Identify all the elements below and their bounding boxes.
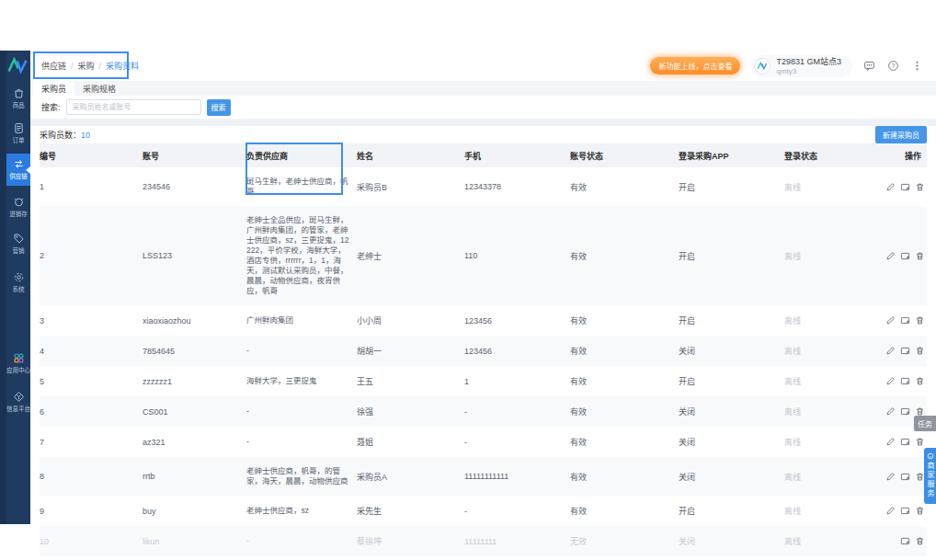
breadcrumb-purchase-data[interactable]: 采购资料 [106, 60, 139, 72]
sidebar-item-inventory[interactable]: 进销存 [6, 196, 30, 219]
delete-icon[interactable] [915, 536, 925, 546]
cell-login-status: 离线 [784, 167, 883, 206]
delete-icon[interactable] [915, 315, 925, 326]
cell-no: 7 [40, 427, 143, 457]
delete-icon[interactable] [915, 346, 925, 356]
cell-phone: 12343378 [464, 167, 570, 206]
cell-account-status: 有效 [570, 427, 679, 457]
card-icon[interactable] [900, 406, 910, 417]
table-row[interactable]: 7 az321 - 聂姐 - 有效 关闭 离线 [40, 427, 927, 457]
sidebar-item-marketing[interactable]: 营销 [6, 233, 30, 256]
cell-account: az321 [143, 427, 246, 457]
header-phone: 手机 [464, 143, 570, 167]
merchant-service-side-tab[interactable]: 商家服务 [924, 448, 936, 504]
card-icon[interactable] [900, 346, 910, 356]
cell-actions [883, 366, 927, 396]
sidebar-item-system[interactable]: 系统 [6, 271, 30, 294]
edit-icon[interactable] [885, 376, 896, 386]
cell-no: 5 [40, 366, 143, 396]
cell-login-status: 离线 [784, 396, 883, 427]
sidebar-item-orders[interactable]: 订单 [6, 122, 30, 145]
card-icon[interactable] [900, 437, 910, 447]
table-row[interactable]: 3 xiaoxiaozhou 广州鲜肉集团 小小周 123456 有效 开启 离… [40, 305, 927, 336]
cell-actions [883, 526, 927, 556]
message-icon[interactable] [863, 60, 875, 72]
create-purchaser-button[interactable]: 新建采购员 [875, 126, 927, 143]
breadcrumb-separator: / [99, 62, 102, 71]
edit-icon[interactable] [885, 472, 896, 482]
cell-account-status: 有效 [570, 336, 679, 366]
table-row[interactable]: 5 zzzzzz1 海鲜大学，三更捉鬼 王五 1 有效 开启 离线 [40, 366, 927, 396]
search-button[interactable]: 搜索 [207, 99, 231, 116]
cell-suppliers: 广州鲜肉集团 [246, 305, 357, 336]
help-icon[interactable]: ? [887, 60, 899, 72]
card-icon[interactable] [900, 315, 910, 326]
table-row[interactable]: 4 7854645 - 胡胡一 123456 有效 关闭 离线 [40, 336, 927, 366]
cell-account-status: 有效 [570, 396, 679, 427]
table-header: 编号 账号 负责供应商 姓名 手机 账号状态 登录采购APP 登录状态 操作 [40, 143, 927, 167]
sidebar-item-goods[interactable]: 商品 [6, 87, 30, 110]
tab-purchase-spec[interactable]: 采购规格 [74, 81, 124, 96]
sidebar-item-supply-chain[interactable]: 供应链 [6, 154, 30, 186]
cell-account-status: 有效 [570, 457, 679, 496]
cell-phone: 110 [464, 206, 570, 305]
cell-phone: 123456 [464, 305, 570, 336]
page: 商品 订单 供应链 进销存 营销 系统 [0, 0, 936, 560]
table-row[interactable]: 9 buy 老绅士供应商，sz 采先生 - 有效 开启 离线 [40, 496, 927, 526]
tab-purchaser[interactable]: 采购员 [33, 81, 74, 96]
card-icon[interactable] [900, 251, 910, 261]
card-icon[interactable] [900, 506, 910, 516]
cell-phone: 11111111 [464, 526, 570, 556]
table-row[interactable]: 2 LSS123 老绅士全品供应，斑马生鲜，广州鲜肉集团，的管家，老绅士供应商，… [40, 206, 927, 305]
account-menu[interactable]: T29831 GM站点3 qmty3 [751, 55, 852, 77]
sidebar-item-app-center[interactable]: 应用中心 [6, 352, 30, 375]
sidebar-item-label: 营销 [12, 246, 24, 255]
cell-name: 徐强 [357, 396, 464, 427]
edit-icon[interactable] [885, 437, 896, 447]
cell-no: 4 [40, 336, 143, 366]
card-icon[interactable] [900, 182, 910, 192]
table-row[interactable]: 8 rrtb 老绅士供应商，帆哥，的管家，海天，晨晨，动物供应商 采购员A 11… [40, 457, 927, 496]
cell-phone: 11111111111 [464, 457, 570, 496]
logo-icon [757, 62, 769, 70]
card-icon[interactable] [900, 536, 910, 546]
edit-icon[interactable] [885, 251, 896, 261]
card-icon[interactable] [900, 376, 910, 386]
sidebar-item-label: 应用中心 [6, 366, 30, 374]
breadcrumb-purchase[interactable]: 采购 [78, 60, 95, 72]
sidebar-item-label: 订单 [12, 136, 24, 144]
edit-icon[interactable] [885, 182, 896, 192]
cell-account-status: 有效 [570, 206, 679, 305]
cell-actions [883, 167, 927, 206]
purchaser-count-label: 采购员数： [40, 129, 81, 141]
cell-app-login: 开启 [679, 206, 784, 305]
delete-icon[interactable] [915, 182, 925, 192]
table-row[interactable]: 6 CS001 - 徐强 - 有效 关闭 离线 [40, 396, 927, 427]
task-side-tab[interactable]: 任务 [914, 416, 936, 431]
delete-icon[interactable] [915, 376, 925, 386]
edit-icon[interactable] [885, 315, 896, 326]
table-row[interactable]: 1 234546 斑马生鲜，老绅士供应商，帆哥 采购员B 12343378 有效… [40, 167, 927, 206]
delete-icon[interactable] [915, 437, 925, 447]
edit-icon[interactable] [885, 406, 896, 417]
edit-icon[interactable] [885, 346, 896, 356]
cell-account-status: 有效 [570, 305, 679, 336]
card-icon[interactable] [900, 472, 910, 482]
delete-icon[interactable] [915, 506, 925, 516]
cell-account: zzzzzz1 [143, 366, 246, 396]
inventory-icon [13, 196, 25, 208]
edit-icon[interactable] [885, 506, 896, 516]
new-feature-banner[interactable]: 新功能上线，点击查看 [650, 57, 740, 74]
cell-suppliers: 老绅士供应商，帆哥，的管家，海天，晨晨，动物供应商 [246, 457, 357, 496]
account-name: T29831 GM站点3 [776, 57, 841, 67]
delete-icon[interactable] [915, 251, 925, 261]
more-icon[interactable] [911, 60, 923, 72]
search-input[interactable] [66, 99, 201, 115]
cell-phone: - [464, 427, 570, 457]
breadcrumb-supply-chain[interactable]: 供应链 [41, 60, 66, 72]
cell-login-status: 离线 [784, 496, 883, 526]
table-row[interactable]: 10 likun - 蔡徐坤 11111111 无效 关闭 离线 [40, 526, 927, 556]
sidebar-item-info-platform[interactable]: 信息平台 [6, 391, 30, 414]
topbar-right: 新功能上线，点击查看 T29831 GM站点3 qmty3 [650, 55, 923, 77]
cell-actions [883, 457, 927, 496]
